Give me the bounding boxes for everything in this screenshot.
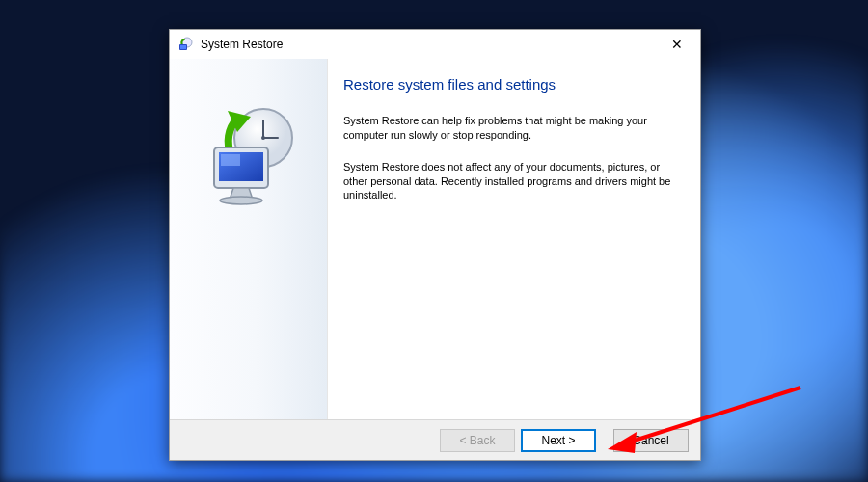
close-button[interactable]: ✕	[660, 33, 694, 56]
svg-point-12	[220, 197, 262, 204]
next-button[interactable]: Next >	[521, 429, 596, 452]
wizard-footer: < Back Next > Cancel	[170, 419, 700, 460]
close-icon: ✕	[671, 38, 683, 51]
back-button: < Back	[440, 429, 515, 452]
page-heading: Restore system files and settings	[343, 76, 675, 93]
wizard-body: Restore system files and settings System…	[170, 59, 700, 419]
description-paragraph-2: System Restore does not affect any of yo…	[343, 160, 671, 203]
svg-rect-3	[180, 45, 186, 49]
wizard-main-panel: Restore system files and settings System…	[328, 59, 700, 419]
svg-point-7	[261, 136, 265, 140]
system-restore-artwork-icon	[191, 97, 307, 213]
description-paragraph-1: System Restore can help fix problems tha…	[343, 114, 671, 143]
cancel-button[interactable]: Cancel	[613, 429, 689, 452]
window-title: System Restore	[201, 38, 660, 51]
svg-rect-11	[221, 154, 240, 166]
system-restore-icon	[177, 37, 193, 52]
sidebar-art-panel	[170, 59, 328, 419]
system-restore-wizard: System Restore ✕	[169, 29, 701, 461]
titlebar: System Restore ✕	[170, 30, 700, 59]
